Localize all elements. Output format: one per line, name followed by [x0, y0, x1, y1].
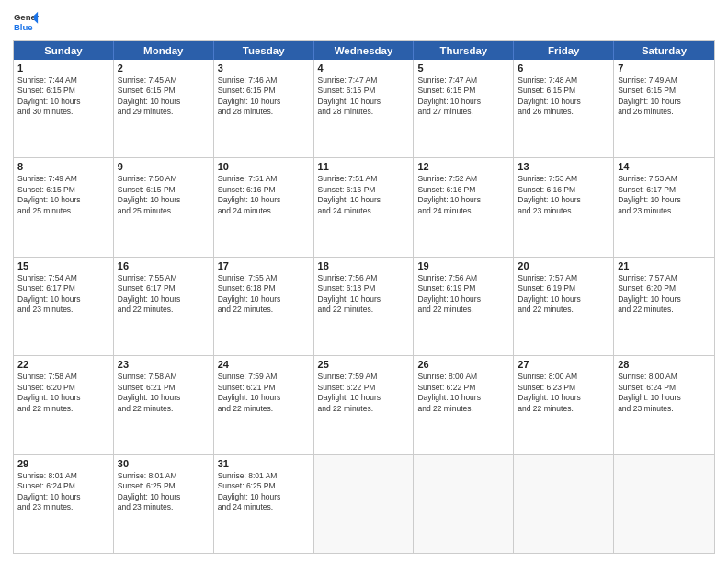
day-number: 31	[218, 458, 310, 469]
day-cell-21: 21Sunrise: 7:57 AM Sunset: 6:20 PM Dayli…	[614, 258, 714, 355]
day-number: 14	[618, 161, 711, 172]
day-cell-12: 12Sunrise: 7:52 AM Sunset: 6:16 PM Dayli…	[414, 158, 514, 256]
header: General Blue	[13, 9, 715, 35]
day-cell-18: 18Sunrise: 7:56 AM Sunset: 6:18 PM Dayli…	[314, 258, 415, 355]
day-info: Sunrise: 7:55 AM Sunset: 6:17 PM Dayligh…	[118, 273, 210, 316]
day-number: 19	[417, 260, 509, 271]
svg-text:Blue: Blue	[14, 22, 33, 32]
day-number: 3	[218, 63, 310, 74]
day-number: 28	[618, 359, 711, 370]
empty-cell	[514, 455, 614, 553]
day-cell-17: 17Sunrise: 7:55 AM Sunset: 6:18 PM Dayli…	[214, 258, 314, 355]
day-number: 8	[17, 161, 109, 172]
day-info: Sunrise: 7:54 AM Sunset: 6:17 PM Dayligh…	[17, 273, 109, 316]
day-number: 13	[518, 161, 609, 172]
logo-icon: General Blue	[13, 9, 39, 35]
day-cell-22: 22Sunrise: 7:58 AM Sunset: 6:20 PM Dayli…	[14, 356, 114, 454]
day-cell-24: 24Sunrise: 7:59 AM Sunset: 6:21 PM Dayli…	[214, 356, 314, 454]
day-number: 18	[318, 260, 410, 271]
day-info: Sunrise: 7:59 AM Sunset: 6:21 PM Dayligh…	[218, 372, 310, 414]
day-info: Sunrise: 7:49 AM Sunset: 6:15 PM Dayligh…	[618, 75, 711, 118]
day-info: Sunrise: 7:49 AM Sunset: 6:15 PM Dayligh…	[17, 174, 109, 216]
calendar-container: General Blue SundayMondayTuesdayWednesda…	[0, 0, 728, 563]
day-cell-26: 26Sunrise: 8:00 AM Sunset: 6:22 PM Dayli…	[414, 356, 514, 454]
day-info: Sunrise: 8:01 AM Sunset: 6:25 PM Dayligh…	[118, 471, 210, 513]
day-cell-20: 20Sunrise: 7:57 AM Sunset: 6:19 PM Dayli…	[514, 258, 614, 355]
day-info: Sunrise: 8:01 AM Sunset: 6:25 PM Dayligh…	[218, 471, 310, 513]
day-info: Sunrise: 7:53 AM Sunset: 6:16 PM Dayligh…	[518, 174, 609, 216]
empty-cell	[314, 455, 415, 553]
day-cell-1: 1Sunrise: 7:44 AM Sunset: 6:15 PM Daylig…	[14, 60, 114, 157]
day-info: Sunrise: 7:53 AM Sunset: 6:17 PM Dayligh…	[618, 174, 711, 216]
day-number: 16	[118, 260, 210, 271]
logo: General Blue	[13, 9, 39, 35]
day-number: 1	[17, 63, 109, 74]
day-number: 24	[218, 359, 310, 370]
day-number: 20	[518, 260, 609, 271]
day-number: 17	[218, 260, 310, 271]
day-number: 26	[417, 359, 509, 370]
day-number: 7	[618, 63, 711, 74]
day-cell-25: 25Sunrise: 7:59 AM Sunset: 6:22 PM Dayli…	[314, 356, 415, 454]
day-number: 10	[218, 161, 310, 172]
day-cell-9: 9Sunrise: 7:50 AM Sunset: 6:15 PM Daylig…	[114, 158, 214, 256]
day-info: Sunrise: 7:47 AM Sunset: 6:15 PM Dayligh…	[318, 75, 410, 118]
day-info: Sunrise: 7:58 AM Sunset: 6:20 PM Dayligh…	[17, 372, 109, 414]
day-cell-6: 6Sunrise: 7:48 AM Sunset: 6:15 PM Daylig…	[514, 60, 614, 157]
day-info: Sunrise: 7:45 AM Sunset: 6:15 PM Dayligh…	[118, 75, 210, 118]
day-info: Sunrise: 7:57 AM Sunset: 6:19 PM Dayligh…	[518, 273, 609, 316]
day-cell-2: 2Sunrise: 7:45 AM Sunset: 6:15 PM Daylig…	[114, 60, 214, 157]
day-number: 15	[17, 260, 109, 271]
day-info: Sunrise: 7:57 AM Sunset: 6:20 PM Dayligh…	[618, 273, 711, 316]
day-info: Sunrise: 8:00 AM Sunset: 6:24 PM Dayligh…	[618, 372, 711, 414]
day-cell-3: 3Sunrise: 7:46 AM Sunset: 6:15 PM Daylig…	[214, 60, 314, 157]
day-number: 22	[17, 359, 109, 370]
empty-cell	[414, 455, 514, 553]
weekday-header-wednesday: Wednesday	[314, 41, 415, 60]
day-info: Sunrise: 7:59 AM Sunset: 6:22 PM Dayligh…	[318, 372, 410, 414]
day-cell-7: 7Sunrise: 7:49 AM Sunset: 6:15 PM Daylig…	[614, 60, 714, 157]
day-info: Sunrise: 7:51 AM Sunset: 6:16 PM Dayligh…	[218, 174, 310, 216]
day-cell-15: 15Sunrise: 7:54 AM Sunset: 6:17 PM Dayli…	[14, 258, 114, 355]
day-number: 4	[318, 63, 410, 74]
day-info: Sunrise: 8:01 AM Sunset: 6:24 PM Dayligh…	[17, 471, 109, 513]
day-info: Sunrise: 7:55 AM Sunset: 6:18 PM Dayligh…	[218, 273, 310, 316]
day-info: Sunrise: 7:44 AM Sunset: 6:15 PM Dayligh…	[17, 75, 109, 118]
day-number: 2	[118, 63, 210, 74]
weekday-header-saturday: Saturday	[614, 41, 714, 60]
day-cell-27: 27Sunrise: 8:00 AM Sunset: 6:23 PM Dayli…	[514, 356, 614, 454]
weekday-header-thursday: Thursday	[414, 41, 514, 60]
day-info: Sunrise: 7:52 AM Sunset: 6:16 PM Dayligh…	[417, 174, 509, 216]
day-info: Sunrise: 7:46 AM Sunset: 6:15 PM Dayligh…	[218, 75, 310, 118]
day-cell-29: 29Sunrise: 8:01 AM Sunset: 6:24 PM Dayli…	[14, 455, 114, 553]
day-info: Sunrise: 7:56 AM Sunset: 6:19 PM Dayligh…	[417, 273, 509, 316]
day-cell-19: 19Sunrise: 7:56 AM Sunset: 6:19 PM Dayli…	[414, 258, 514, 355]
day-cell-14: 14Sunrise: 7:53 AM Sunset: 6:17 PM Dayli…	[614, 158, 714, 256]
day-number: 21	[618, 260, 711, 271]
weekday-header-monday: Monday	[114, 41, 214, 60]
day-info: Sunrise: 7:50 AM Sunset: 6:15 PM Dayligh…	[118, 174, 210, 216]
day-number: 11	[318, 161, 410, 172]
calendar-row-3: 15Sunrise: 7:54 AM Sunset: 6:17 PM Dayli…	[14, 257, 714, 355]
weekday-header-tuesday: Tuesday	[214, 41, 314, 60]
calendar-row-4: 22Sunrise: 7:58 AM Sunset: 6:20 PM Dayli…	[14, 355, 714, 454]
day-cell-8: 8Sunrise: 7:49 AM Sunset: 6:15 PM Daylig…	[14, 158, 114, 256]
day-cell-31: 31Sunrise: 8:01 AM Sunset: 6:25 PM Dayli…	[214, 455, 314, 553]
day-info: Sunrise: 7:47 AM Sunset: 6:15 PM Dayligh…	[417, 75, 509, 118]
day-number: 25	[318, 359, 410, 370]
day-cell-30: 30Sunrise: 8:01 AM Sunset: 6:25 PM Dayli…	[114, 455, 214, 553]
day-cell-16: 16Sunrise: 7:55 AM Sunset: 6:17 PM Dayli…	[114, 258, 214, 355]
day-cell-13: 13Sunrise: 7:53 AM Sunset: 6:16 PM Dayli…	[514, 158, 614, 256]
calendar-body: 1Sunrise: 7:44 AM Sunset: 6:15 PM Daylig…	[14, 60, 714, 553]
day-number: 5	[417, 63, 509, 74]
day-cell-23: 23Sunrise: 7:58 AM Sunset: 6:21 PM Dayli…	[114, 356, 214, 454]
day-info: Sunrise: 7:51 AM Sunset: 6:16 PM Dayligh…	[318, 174, 410, 216]
day-info: Sunrise: 7:56 AM Sunset: 6:18 PM Dayligh…	[318, 273, 410, 316]
day-cell-4: 4Sunrise: 7:47 AM Sunset: 6:15 PM Daylig…	[314, 60, 415, 157]
day-cell-10: 10Sunrise: 7:51 AM Sunset: 6:16 PM Dayli…	[214, 158, 314, 256]
calendar-row-1: 1Sunrise: 7:44 AM Sunset: 6:15 PM Daylig…	[14, 60, 714, 157]
day-number: 27	[518, 359, 609, 370]
day-number: 30	[118, 458, 210, 469]
day-number: 12	[417, 161, 509, 172]
day-number: 23	[118, 359, 210, 370]
